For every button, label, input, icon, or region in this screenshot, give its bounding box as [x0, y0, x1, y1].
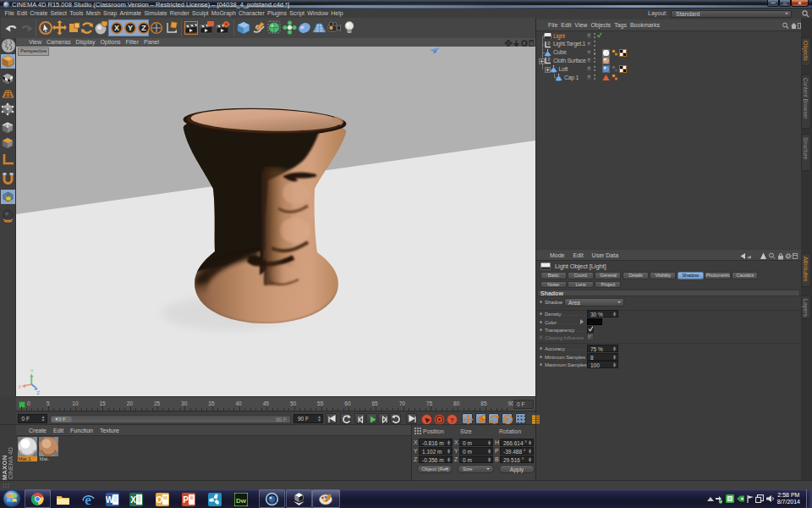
svg-text:Y: Y: [30, 368, 34, 373]
svg-text:X: X: [130, 495, 136, 505]
svg-text:P: P: [506, 417, 510, 422]
svg-text:Y: Y: [128, 24, 133, 32]
svg-text:X: X: [18, 384, 21, 389]
svg-text:0: 0: [548, 57, 551, 62]
svg-text:Dw: Dw: [236, 497, 247, 505]
svg-text:X: X: [114, 24, 119, 32]
svg-text:Z: Z: [36, 390, 40, 395]
svg-text:?: ?: [450, 417, 454, 424]
svg-text:Z: Z: [141, 24, 146, 32]
svg-text:0: 0: [548, 41, 551, 46]
svg-text:O: O: [156, 495, 163, 505]
svg-text:W: W: [106, 495, 114, 505]
svg-text:e: e: [85, 493, 91, 507]
svg-text:P: P: [183, 495, 189, 505]
